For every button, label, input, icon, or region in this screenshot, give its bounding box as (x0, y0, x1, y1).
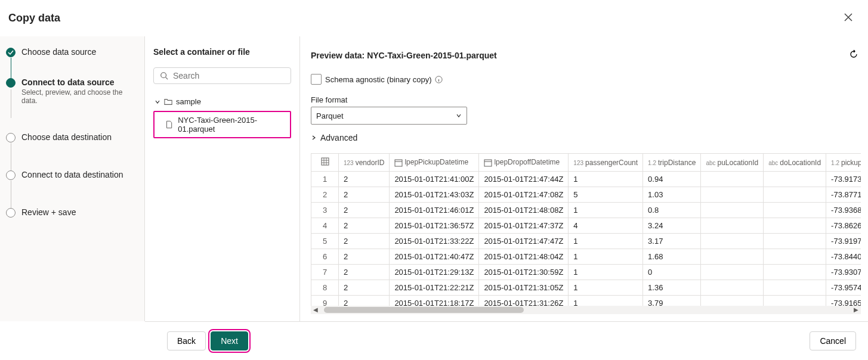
table-cell: 1 (569, 234, 643, 249)
data-table-wrap[interactable]: 123vendorIDlpepPickupDatetimelpepDropoff… (311, 153, 861, 306)
table-cell: 2015-01-01T21:43:03Z (390, 187, 479, 203)
data-table: 123vendorIDlpepPickupDatetimelpepDropoff… (311, 153, 861, 306)
table-cell: 2 (339, 265, 390, 280)
container-panel: Select a container or file sample NYC-Ta… (145, 36, 300, 321)
row-number: 1 (311, 172, 339, 187)
folder-icon (164, 98, 172, 106)
table-cell: 2015-01-01T21:40:47Z (390, 249, 479, 265)
column-header[interactable]: 1.2pickupLongitude (826, 154, 861, 172)
advanced-label: Advanced (320, 133, 357, 142)
step-label: Review + save (21, 207, 76, 217)
table-row[interactable]: 522015-01-01T21:33:22Z2015-01-01T21:47:4… (311, 234, 861, 249)
table-cell (764, 280, 826, 296)
refresh-button[interactable] (847, 47, 861, 63)
cancel-button[interactable]: Cancel (810, 331, 856, 350)
tree-folder[interactable]: sample (153, 95, 291, 108)
table-cell: 0 (643, 265, 701, 280)
info-icon[interactable] (435, 76, 443, 83)
table-cell (764, 234, 826, 249)
step-connect-destination[interactable]: Connect to data destination (6, 170, 138, 184)
search-input[interactable] (153, 67, 291, 84)
back-button[interactable]: Back (167, 331, 206, 350)
schema-agnostic-checkbox[interactable] (311, 74, 322, 85)
column-header[interactable]: abcpuLocationId (701, 154, 764, 172)
search-icon (160, 72, 168, 80)
table-cell: 2015-01-01T21:47:37Z (479, 218, 569, 234)
step-sublabel: Select, preview, and choose the data. (21, 88, 138, 105)
column-header[interactable]: lpepPickupDatetime (390, 154, 479, 172)
step-label: Choose data source (21, 47, 96, 57)
steps-sidebar: Choose data source Connect to data sourc… (0, 36, 145, 321)
scroll-left-icon[interactable]: ◀ (313, 306, 318, 313)
table-cell: -73.844093322753 (826, 249, 861, 265)
close-button[interactable] (842, 10, 855, 27)
tree-file[interactable]: NYC-Taxi-Green-2015-01.parquet (153, 111, 291, 138)
table-row[interactable]: 222015-01-01T21:43:03Z2015-01-01T21:47:0… (311, 187, 861, 203)
column-header[interactable]: 1.2tripDistance (643, 154, 701, 172)
next-button[interactable]: Next (211, 331, 248, 350)
table-cell (701, 265, 764, 280)
table-cell: 2015-01-01T21:48:08Z (479, 203, 569, 218)
table-cell: 0.94 (643, 172, 701, 187)
step-dot-icon (6, 208, 16, 218)
table-cell: 3.24 (643, 218, 701, 234)
table-cell (701, 296, 764, 306)
table-cell: 2015-01-01T21:33:22Z (390, 234, 479, 249)
table-cell (701, 172, 764, 187)
table-cell (764, 249, 826, 265)
table-cell (764, 172, 826, 187)
table-row[interactable]: 622015-01-01T21:40:47Z2015-01-01T21:48:0… (311, 249, 861, 265)
table-cell (701, 249, 764, 265)
scrollbar-thumb[interactable] (324, 307, 524, 313)
column-header[interactable]: 123passengerCount (569, 154, 643, 172)
file-format-select[interactable]: Parquet (311, 107, 467, 125)
step-review-save[interactable]: Review + save (6, 207, 138, 221)
table-row[interactable]: 122015-01-01T21:41:00Z2015-01-01T21:47:4… (311, 172, 861, 187)
container-title: Select a container or file (153, 47, 291, 57)
table-cell: 2015-01-01T21:29:13Z (390, 265, 479, 280)
file-icon (165, 120, 173, 129)
step-label: Connect to data destination (21, 170, 123, 179)
table-cell: -73.930778503417 (826, 265, 861, 280)
row-number: 2 (311, 187, 339, 203)
table-cell: 2 (339, 172, 390, 187)
column-header[interactable]: lpepDropoffDatetime (479, 154, 569, 172)
table-cell: 1 (569, 203, 643, 218)
search-field[interactable] (173, 71, 285, 80)
step-label: Connect to data source (21, 77, 138, 87)
schema-label: Schema agnostic (binary copy) (325, 75, 431, 84)
table-cell: 2 (339, 218, 390, 234)
table-cell (701, 203, 764, 218)
table-cell: 2015-01-01T21:22:21Z (390, 280, 479, 296)
table-cell: 2015-01-01T21:36:57Z (390, 218, 479, 234)
table-row[interactable]: 822015-01-01T21:22:21Z2015-01-01T21:31:0… (311, 280, 861, 296)
step-connect-source[interactable]: Connect to data source Select, preview, … (6, 77, 138, 108)
table-cell: 2 (339, 203, 390, 218)
table-cell: 0.8 (643, 203, 701, 218)
table-cell: 2 (339, 249, 390, 265)
table-cell: 2015-01-01T21:41:00Z (390, 172, 479, 187)
step-label: Choose data destination (21, 132, 112, 142)
table-cell: 1 (569, 172, 643, 187)
horizontal-scrollbar[interactable]: ◀ ▶ (311, 306, 861, 314)
svg-rect-2 (322, 158, 329, 165)
step-choose-destination[interactable]: Choose data destination (6, 132, 138, 146)
table-cell: 2015-01-01T21:46:01Z (390, 203, 479, 218)
advanced-toggle[interactable]: Advanced (311, 133, 861, 142)
row-number: 3 (311, 203, 339, 218)
chevron-down-icon (155, 99, 160, 105)
step-dot-icon (6, 78, 16, 88)
table-row[interactable]: 922015-01-01T21:18:17Z2015-01-01T21:31:2… (311, 296, 861, 306)
table-row[interactable]: 722015-01-01T21:29:13Z2015-01-01T21:30:5… (311, 265, 861, 280)
column-header[interactable]: 123vendorID (339, 154, 390, 172)
table-cell: 1.36 (643, 280, 701, 296)
scroll-right-icon[interactable]: ▶ (854, 306, 858, 313)
step-choose-source[interactable]: Choose data source (6, 47, 138, 61)
table-cell (764, 296, 826, 306)
table-row[interactable]: 322015-01-01T21:46:01Z2015-01-01T21:48:0… (311, 203, 861, 218)
check-icon (6, 48, 16, 57)
column-header[interactable]: abcdoLocationId (764, 154, 826, 172)
table-row[interactable]: 422015-01-01T21:36:57Z2015-01-01T21:47:3… (311, 218, 861, 234)
table-cell: -73.877159118652 (826, 187, 861, 203)
chevron-down-icon (456, 113, 462, 119)
